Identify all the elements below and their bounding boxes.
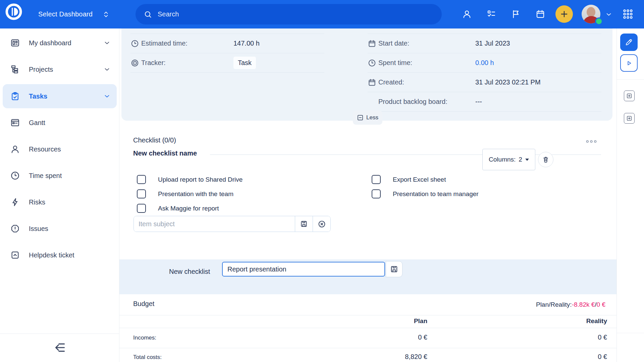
start-timer-button[interactable] [620, 54, 638, 72]
save-item-button[interactable] [295, 216, 313, 232]
checklist-item-label: Ask Maggie for report [158, 205, 219, 212]
budget-reality-value: 0 € [598, 334, 607, 341]
checklist-item-row: Ask Maggie for report [137, 204, 219, 213]
sidebar-item-issues[interactable]: Issues [3, 219, 117, 238]
edit-task-button[interactable] [620, 34, 638, 51]
plan-reality-summary: Plan/Reality:-8.82k €/0 € [536, 301, 605, 308]
sidebar-collapse-button[interactable] [53, 341, 67, 355]
top-navigation-bar: Select Dashboard [0, 0, 644, 28]
account-menu-button[interactable] [605, 11, 612, 18]
detail-row-spent-time[interactable]: Spent time: 0.00 h [368, 53, 601, 73]
save-icon [300, 220, 308, 228]
delete-checklist-button[interactable] [538, 152, 553, 167]
cancel-item-button[interactable] [313, 216, 330, 232]
user-profile-button[interactable] [462, 9, 472, 19]
detail-row-product-backlog-board[interactable]: Product backlog board: --- [368, 92, 601, 112]
columns-label: Columns: [489, 156, 516, 163]
checklist-name-label: New checklist name [133, 149, 197, 157]
sidebar-item-time-spent[interactable]: Time spent [3, 166, 117, 185]
new-checklist-label: New checklist [169, 268, 210, 276]
add-panel-button[interactable] [624, 113, 635, 124]
sidebar-item-label: Resources [29, 145, 61, 153]
budget-table-border [119, 328, 616, 328]
checklist-item-label: Presentation with the team [158, 190, 233, 198]
helpdesk-icon [10, 250, 20, 260]
sidebar-item-helpdesk-ticket[interactable]: Helpdesk ticket [3, 245, 117, 265]
pencil-icon [625, 38, 633, 47]
ellipsis-icon [586, 140, 597, 143]
sidebar-item-gantt[interactable]: Gantt [3, 113, 117, 132]
checklist-item-row: Presentation to team manager [372, 189, 479, 198]
main-content: Estimated time: 147.00 h Tracker: Task S… [119, 28, 616, 362]
person-icon [462, 9, 472, 19]
right-toolbar [616, 28, 644, 362]
checklist-item-checkbox[interactable] [372, 189, 381, 198]
my-tasks-button[interactable] [486, 9, 496, 19]
budget-plan-value: 8,820 € [405, 353, 427, 361]
checklist-item-label: Presentation to team manager [393, 190, 479, 198]
detail-row-start-date[interactable]: Start date: 31 Jul 2023 [368, 34, 601, 53]
sidebar-item-projects[interactable]: Projects [3, 60, 117, 79]
clipboard-check-icon [10, 91, 20, 101]
trash-icon [542, 156, 550, 164]
columns-select[interactable]: Columns: 2 [482, 149, 535, 170]
detail-row-tracker[interactable]: Tracker: Task [130, 53, 324, 73]
chevron-down-icon [103, 66, 111, 73]
budget-table-border [119, 315, 616, 315]
calendar-button[interactable] [535, 9, 545, 19]
app-logo-icon[interactable] [5, 3, 23, 21]
checklist-item-label: Upload report to Shared Drive [158, 176, 243, 183]
toolbar-divider [617, 79, 644, 80]
plus-icon [560, 10, 569, 18]
budget-reality-value: 0 € [598, 353, 607, 361]
checklist-item-checkbox[interactable] [137, 189, 146, 198]
calendar-icon [368, 78, 376, 87]
sidebar-item-label: My dashboard [29, 39, 71, 47]
milestones-button[interactable] [511, 9, 521, 19]
add-panel-button[interactable] [624, 90, 635, 101]
detail-label: Estimated time: [141, 40, 231, 47]
budget-row-label: Total costs: [133, 354, 162, 361]
detail-label: Product backlog board: [378, 98, 473, 106]
collapse-left-icon [53, 341, 67, 355]
details-left-column: Estimated time: 147.00 h Tracker: Task [130, 34, 324, 73]
search-bar[interactable] [136, 4, 442, 24]
warning-octagon-icon [10, 224, 20, 234]
sidebar-item-my-dashboard[interactable]: My dashboard [3, 33, 117, 53]
sidebar-item-resources[interactable]: Resources [3, 139, 117, 159]
checklist-item-row: Upload report to Shared Drive [137, 175, 243, 184]
search-input[interactable] [157, 10, 438, 18]
dashboard-selector-label: Select Dashboard [38, 10, 93, 18]
apps-grid-button[interactable] [622, 8, 634, 20]
save-checklist-button[interactable] [386, 261, 402, 277]
checklist-item-checkbox[interactable] [137, 204, 146, 213]
chevron-down-icon [605, 11, 612, 18]
detail-value: Task [233, 57, 256, 69]
new-checklist-input[interactable] [222, 262, 385, 277]
checklist-icon [486, 9, 496, 19]
checklist-item-row: Export Excel sheet [372, 175, 446, 184]
dashboard-selector[interactable]: Select Dashboard [36, 0, 112, 28]
clock-icon [368, 59, 376, 67]
save-icon [390, 265, 398, 274]
spent-time-link[interactable]: 0.00 h [475, 59, 494, 67]
detail-row-estimated-time[interactable]: Estimated time: 147.00 h [130, 34, 324, 53]
sidebar-item-risks[interactable]: Risks [3, 192, 117, 212]
detail-row-created[interactable]: Created: 31 Jul 2023 02:21 PM [368, 73, 601, 92]
less-toggle-button[interactable]: Less [353, 111, 382, 125]
sidebar-item-label: Projects [29, 66, 53, 73]
detail-label: Spent time: [378, 59, 473, 67]
item-subject-input[interactable] [134, 216, 295, 232]
sidebar-item-tasks[interactable]: Tasks [3, 84, 117, 108]
detail-value: 147.00 h [233, 40, 260, 47]
checklist-options-button[interactable] [584, 138, 599, 145]
target-icon [130, 59, 139, 67]
budget-table-border [119, 348, 616, 348]
sidebar-footer [0, 334, 119, 362]
selector-updown-icon [102, 10, 110, 18]
new-item-input-group [133, 216, 331, 232]
checklist-item-row: Presentation with the team [137, 189, 233, 198]
checklist-item-checkbox[interactable] [137, 175, 146, 184]
quick-add-button[interactable] [555, 5, 573, 23]
checklist-item-checkbox[interactable] [372, 175, 381, 184]
